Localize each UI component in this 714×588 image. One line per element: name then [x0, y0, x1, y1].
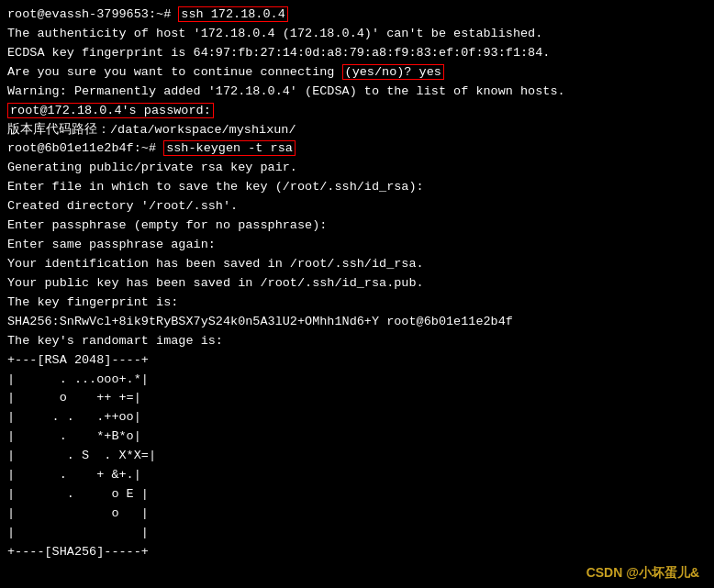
art-7: | . o E | — [7, 485, 707, 505]
prompt-2: root@6b01e11e2b4f:~# — [7, 141, 163, 155]
art-top: +---[RSA 2048]----+ — [7, 351, 707, 371]
art-5: | . S . X*X=| — [7, 447, 707, 466]
line-8: root@6b01e11e2b4f:~# ssh-keygen -t rsa — [7, 139, 707, 159]
line-3: ECDSA key fingerprint is 64:97:fb:27:14:… — [7, 44, 707, 63]
prompt-1: root@evassh-3799653:~# — [7, 7, 178, 21]
art-9: | | — [7, 524, 707, 543]
known-text: known — [475, 84, 513, 98]
password-prompt: root@172.18.0.4's password: — [7, 103, 214, 118]
line-16: The key fingerprint is: — [7, 294, 707, 313]
cmd-keygen: ssh-keygen -t rsa — [163, 140, 296, 156]
line-14: Your identification has been saved in /r… — [7, 255, 707, 274]
line-6: root@172.18.0.4's password: — [7, 102, 707, 121]
line-4: Are you sure you want to continue connec… — [7, 63, 707, 83]
line-7: 版本库代码路径：/data/workspace/myshixun/ — [7, 121, 707, 140]
art-1: | . ...ooo+.*| — [7, 371, 707, 390]
yes-no-highlight: (yes/no)? yes — [342, 64, 444, 80]
art-3: | . . .++oo| — [7, 408, 707, 427]
line-17: SHA256:SnRwVcl+8ik9tRyBSX7yS24k0n5A3lU2+… — [7, 313, 707, 332]
line-13: Enter same passphrase again: — [7, 236, 707, 255]
line-9: Generating public/private rsa key pair. — [7, 159, 707, 178]
line-18: The key's randomart image is: — [7, 332, 707, 351]
csdn-label: CSDN @小坏蛋儿& — [586, 565, 699, 582]
line-12: Enter passphrase (empty for no passphras… — [7, 216, 707, 236]
art-8: | o | — [7, 505, 707, 524]
cmd-ssh: ssh 172.18.0.4 — [178, 6, 287, 22]
art-2: | o ++ +=| — [7, 389, 707, 408]
line-2: The authenticity of host '172.18.0.4 (17… — [7, 25, 707, 44]
line-15: Your public key has been saved in /root/… — [7, 274, 707, 294]
line-5: Warning: Permanently added '172.18.0.4' … — [7, 83, 707, 102]
terminal-window: root@evassh-3799653:~# ssh 172.18.0.4 Th… — [0, 0, 714, 588]
bottom-bar: CSDN @小坏蛋儿& — [0, 559, 714, 588]
line-1: root@evassh-3799653:~# ssh 172.18.0.4 — [7, 6, 707, 25]
art-6: | . + &+.| — [7, 466, 707, 485]
line-10: Enter file in which to save the key (/ro… — [7, 178, 707, 197]
art-4: | . *+B*o| — [7, 427, 707, 447]
line-11: Created directory '/root/.ssh'. — [7, 197, 707, 216]
